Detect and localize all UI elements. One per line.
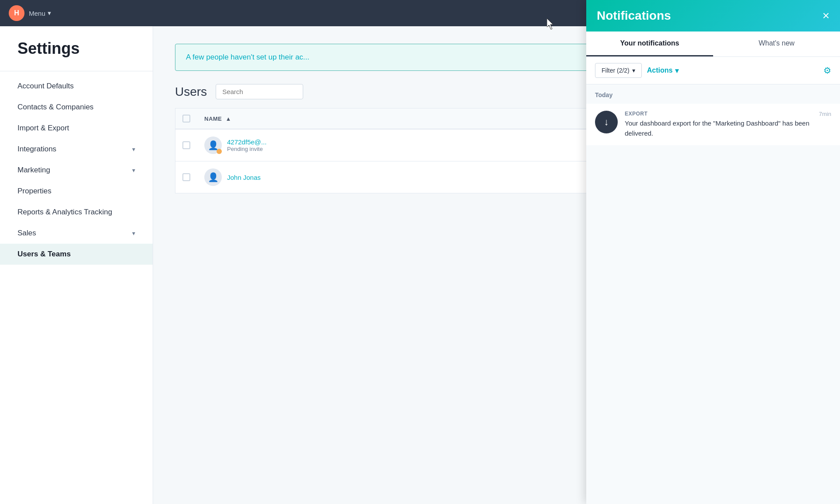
sidebar-item-contacts-companies[interactable]: Contacts & Companies [0,97,153,118]
sort-icon[interactable]: ▲ [225,116,231,122]
user-name-cell: 👤 4272df5e@... Pending invite [197,129,634,161]
pending-status: Pending invite [227,146,266,152]
user-name-link[interactable]: John Jonas [227,174,261,181]
sidebar-item-label: Users & Teams [18,250,71,259]
chevron-down-icon: ▾ [132,230,135,237]
users-title: Users [175,85,207,99]
menu-button[interactable]: Menu ▾ [29,9,51,17]
notification-content: EXPORT Your dashboard export for the "Ma… [625,111,812,138]
sidebar: Settings Account DefaultsContacts & Comp… [0,26,153,504]
notification-time: 7min [819,111,831,138]
chevron-down-icon: ▾ [48,9,51,17]
notifications-tabs: Your notifications What's new [586,32,840,57]
sidebar-item-import-export[interactable]: Import & Export [0,118,153,139]
date-header: Today [586,84,840,102]
row-checkbox-cell [175,129,198,161]
sidebar-item-label: Properties [18,187,51,196]
actions-button[interactable]: Actions ▾ [647,66,679,75]
name-column-header: NAME ▲ [197,108,634,130]
sidebar-item-integrations[interactable]: Integrations▾ [0,139,153,160]
avatar: 👤 [204,136,222,154]
select-all-checkbox[interactable] [182,115,190,122]
close-button[interactable]: × [822,10,830,22]
chevron-down-icon: ▾ [132,167,135,174]
search-input[interactable] [216,84,303,99]
tab-your-notifications[interactable]: Your notifications [586,32,713,56]
notifications-toolbar: Filter (2/2) ▾ Actions ▾ ⚙ [586,57,840,84]
sidebar-item-label: Account Defaults [18,82,74,91]
notifications-header: Notifications × [586,0,840,32]
chevron-down-icon: ▾ [632,67,635,74]
sidebar-item-label: Import & Export [18,124,69,133]
sidebar-item-reports-analytics[interactable]: Reports & Analytics Tracking [0,202,153,223]
sidebar-item-label: Integrations [18,145,56,154]
sidebar-item-label: Marketing [18,166,50,175]
user-name-link[interactable]: 4272df5e@... [227,138,266,146]
chevron-down-icon: ▾ [675,66,679,75]
sidebar-item-users-teams[interactable]: Users & Teams [0,244,153,265]
sidebar-item-label: Sales [18,229,36,238]
notifications-panel: Notifications × Your notifications What'… [586,0,840,504]
notifications-title: Notifications [597,9,671,23]
notification-type: EXPORT [625,111,812,117]
download-icon: ↓ [604,116,609,128]
tab-whats-new[interactable]: What's new [713,32,840,56]
pending-dot [217,149,222,154]
sidebar-item-label: Reports & Analytics Tracking [18,208,112,217]
hubspot-logo: H [9,5,24,21]
avatar: 👤 [204,168,222,186]
gear-icon[interactable]: ⚙ [823,65,831,76]
sidebar-item-properties[interactable]: Properties [0,181,153,202]
user-name-cell: 👤 John Jonas [197,161,634,193]
chevron-down-icon: ▾ [132,146,135,153]
row-checkbox-cell [175,161,198,193]
row-checkbox[interactable] [182,173,190,181]
sidebar-item-sales[interactable]: Sales▾ [0,223,153,244]
page-title: Settings [0,39,153,71]
sidebar-nav: Account DefaultsContacts & CompaniesImpo… [0,76,153,265]
notification-message: Your dashboard export for the "Marketing… [625,119,812,138]
sidebar-item-marketing[interactable]: Marketing▾ [0,160,153,181]
row-checkbox[interactable] [182,141,190,149]
sidebar-item-label: Contacts & Companies [18,103,94,112]
filter-button[interactable]: Filter (2/2) ▾ [595,63,642,78]
notification-item[interactable]: ↓ EXPORT Your dashboard export for the "… [586,104,840,145]
notification-icon: ↓ [595,111,618,133]
select-all-header [175,108,198,130]
notifications-body: Today ↓ EXPORT Your dashboard export for… [586,84,840,504]
sidebar-item-account-defaults[interactable]: Account Defaults [0,76,153,97]
